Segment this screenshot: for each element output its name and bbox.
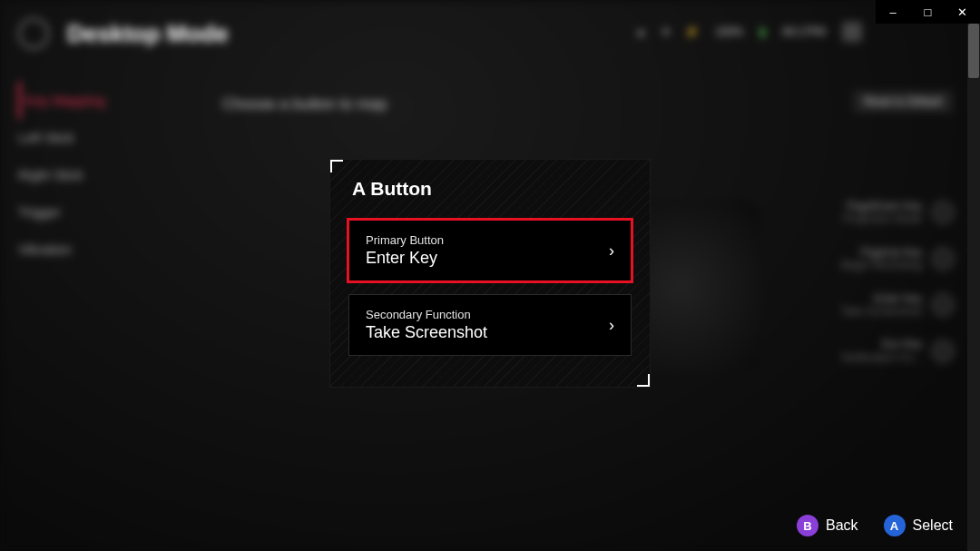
window-scrollbar[interactable] — [967, 24, 980, 551]
close-button[interactable]: ✕ — [946, 0, 980, 24]
list-item[interactable]: PageUp Key Begin Recording — [841, 246, 955, 272]
option-label: Secondary Function — [366, 308, 609, 321]
maximize-button[interactable]: □ — [910, 0, 945, 24]
modal-title: A Button — [330, 160, 650, 212]
mapping-icon — [931, 339, 955, 363]
secondary-function-option[interactable]: Secondary Function Take Screenshot › — [348, 294, 632, 356]
indicator-icon: ▲ — [635, 25, 646, 38]
back-hint: B Back — [797, 515, 858, 536]
clock: 06:17PM — [782, 25, 826, 38]
mapping-icon — [931, 293, 955, 317]
page-title: Desktop Mode — [67, 20, 229, 48]
sidebar-item-trigger[interactable]: Trigger — [18, 193, 154, 231]
option-value: Enter Key — [366, 249, 609, 268]
sidebar-item-left-stick[interactable]: Left Stick — [18, 119, 154, 156]
list-item[interactable]: PageDown Key Projection Mode — [841, 200, 955, 226]
mapping-sub: Begin Recording — [841, 259, 922, 271]
mapping-sub: Take Screenshot — [841, 305, 922, 318]
status-bar: ▲ ♥ ⚡ 100% ▮ 06:17PM — [635, 22, 862, 42]
primary-button-option[interactable]: Primary Button Enter Key › — [347, 218, 633, 283]
sidebar: Key Mapping Left Stick Right Stick Trigg… — [18, 82, 154, 268]
bluetooth-icon: ⚡ — [685, 25, 699, 38]
mapping-key: Enter Key — [841, 292, 922, 305]
right-mapping-list: PageDown Key Projection Mode PageUp Key … — [841, 200, 955, 364]
list-item[interactable]: Esc Key Notification-Ce... — [841, 338, 955, 364]
wifi-icon: ♥ — [662, 25, 669, 38]
mapping-key: PageUp Key — [841, 246, 922, 259]
mapping-key: Esc Key — [841, 338, 922, 350]
a-button-icon: A — [884, 515, 906, 536]
battery-percent: 100% — [715, 25, 743, 38]
select-hint: A Select — [884, 515, 953, 536]
avatar — [842, 22, 862, 42]
sidebar-item-vibration[interactable]: Vibration — [18, 231, 154, 268]
mapping-key: PageDown Key — [843, 200, 922, 212]
footer-hints: B Back A Select — [797, 515, 953, 536]
option-label: Primary Button — [366, 233, 609, 247]
section-subtitle: Choose a button to map — [222, 95, 387, 113]
mapping-icon — [931, 247, 955, 271]
mapping-sub: Notification-Ce... — [841, 351, 922, 364]
minimize-button[interactable]: – — [876, 0, 910, 24]
app-header: Desktop Mode — [18, 18, 229, 49]
option-value: Take Screenshot — [366, 323, 609, 342]
b-button-icon: B — [797, 515, 818, 536]
sidebar-item-key-mapping[interactable]: Key Mapping — [18, 82, 154, 119]
reset-to-default-button[interactable]: Reset to Default — [853, 91, 953, 113]
button-mapping-modal: A Button Primary Button Enter Key › Seco… — [329, 159, 651, 388]
list-item[interactable]: Enter Key Take Screenshot — [841, 292, 955, 319]
scrollbar-thumb[interactable] — [968, 24, 979, 78]
mapping-icon — [931, 201, 955, 224]
back-label: Back — [826, 517, 858, 534]
chevron-right-icon: › — [609, 241, 614, 261]
mapping-sub: Projection Mode — [843, 212, 922, 225]
select-label: Select — [913, 517, 953, 534]
battery-icon: ▮ — [760, 25, 766, 38]
window-controls: – □ ✕ — [876, 0, 980, 24]
chevron-right-icon: › — [609, 316, 614, 335]
sidebar-item-right-stick[interactable]: Right Stick — [18, 156, 154, 193]
app-logo-icon — [18, 18, 49, 49]
